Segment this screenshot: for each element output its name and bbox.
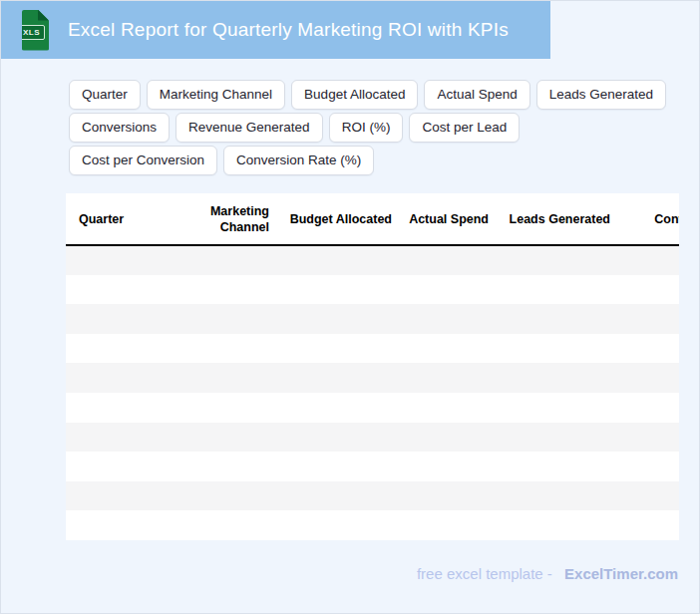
- col-header-leads-generated: Leads Generated: [492, 193, 613, 245]
- table-cell: [395, 245, 492, 275]
- table-row: [66, 275, 679, 305]
- table-cell: [492, 304, 613, 334]
- table-row: [66, 334, 679, 364]
- table-row: [66, 304, 679, 334]
- chip-cost-per-lead[interactable]: Cost per Lead: [409, 113, 520, 143]
- chip-roi[interactable]: ROI (%): [329, 113, 404, 143]
- table-cell: [66, 304, 161, 334]
- table-cell: [161, 304, 272, 334]
- table-cell: [161, 423, 272, 453]
- xls-file-icon: XLS: [22, 10, 49, 51]
- col-header-marketing-channel: Marketing Channel: [161, 193, 272, 245]
- footer: free excel template - ExcelTimer.com: [417, 565, 678, 582]
- table-cell: [66, 510, 161, 540]
- table-cell: [161, 510, 272, 540]
- table-cell: [272, 423, 395, 453]
- table-cell: [613, 481, 679, 511]
- table-cell: [613, 275, 679, 305]
- report-table: QuarterMarketing ChannelBudget Allocated…: [66, 193, 679, 540]
- table-cell: [272, 334, 395, 364]
- table-cell: [66, 363, 161, 393]
- chip-conversion-rate[interactable]: Conversion Rate (%): [223, 146, 374, 175]
- chip-marketing-channel[interactable]: Marketing Channel: [147, 80, 285, 110]
- table-cell: [66, 245, 161, 275]
- table-cell: [272, 363, 395, 393]
- table-cell: [395, 393, 492, 423]
- table-cell: [161, 275, 272, 305]
- table-cell: [613, 452, 679, 481]
- table-cell: [66, 481, 161, 511]
- table-cell: [161, 452, 272, 481]
- table-cell: [492, 245, 613, 275]
- page-title: Excel Report for Quarterly Marketing ROI…: [68, 19, 509, 41]
- chip-budget-allocated[interactable]: Budget Allocated: [291, 80, 418, 110]
- col-header-conversions: Conversions: [613, 193, 679, 245]
- table-row: [66, 423, 679, 453]
- table-cell: [272, 275, 395, 305]
- table-cell: [395, 304, 492, 334]
- table-cell: [66, 275, 161, 305]
- table-cell: [66, 423, 161, 453]
- table-cell: [613, 510, 679, 540]
- table-cell: [272, 481, 395, 511]
- table-cell: [613, 363, 679, 393]
- table-cell: [492, 481, 613, 511]
- table-cell: [272, 245, 395, 275]
- table-cell: [492, 275, 613, 305]
- table-row: [66, 452, 679, 481]
- table-cell: [613, 304, 679, 334]
- col-header-quarter: Quarter: [66, 193, 161, 245]
- table-cell: [161, 245, 272, 275]
- chip-quarter[interactable]: Quarter: [69, 80, 141, 110]
- table-cell: [395, 510, 492, 540]
- file-fold-corner-icon: [38, 10, 49, 21]
- chip-leads-generated[interactable]: Leads Generated: [536, 80, 666, 110]
- page: XLS Excel Report for Quarterly Marketing…: [0, 0, 700, 614]
- table-cell: [492, 452, 613, 481]
- table-cell: [613, 393, 679, 423]
- col-header-budget-allocated: Budget Allocated: [272, 193, 395, 245]
- table-cell: [66, 393, 161, 423]
- table-cell: [492, 510, 613, 540]
- table-cell: [161, 393, 272, 423]
- chip-revenue-generated[interactable]: Revenue Generated: [175, 113, 323, 143]
- report-table-container: QuarterMarketing ChannelBudget Allocated…: [66, 193, 679, 540]
- report-table-header: QuarterMarketing ChannelBudget Allocated…: [66, 193, 679, 245]
- xls-badge: XLS: [18, 25, 45, 40]
- table-cell: [272, 393, 395, 423]
- report-table-body: [66, 245, 679, 540]
- table-row: [66, 363, 679, 393]
- table-cell: [161, 481, 272, 511]
- header-row: QuarterMarketing ChannelBudget Allocated…: [66, 193, 679, 245]
- table-cell: [395, 275, 492, 305]
- table-cell: [395, 452, 492, 481]
- table-cell: [492, 363, 613, 393]
- table-cell: [613, 423, 679, 453]
- table-cell: [66, 334, 161, 364]
- table-cell: [492, 393, 613, 423]
- table-cell: [161, 334, 272, 364]
- table-cell: [272, 510, 395, 540]
- table-cell: [272, 452, 395, 481]
- table-cell: [492, 423, 613, 453]
- footer-text: free excel template -: [417, 565, 552, 582]
- table-cell: [395, 481, 492, 511]
- table-cell: [272, 304, 395, 334]
- chip-cost-per-conversion[interactable]: Cost per Conversion: [69, 146, 217, 175]
- chip-conversions[interactable]: Conversions: [69, 113, 170, 143]
- table-cell: [395, 334, 492, 364]
- table-cell: [492, 334, 613, 364]
- table-cell: [613, 245, 679, 275]
- table-cell: [613, 334, 679, 364]
- col-header-actual-spend: Actual Spend: [395, 193, 492, 245]
- table-row: [66, 481, 679, 511]
- chip-actual-spend[interactable]: Actual Spend: [424, 80, 529, 110]
- footer-brand-link[interactable]: ExcelTimer.com: [564, 565, 678, 582]
- table-row: [66, 393, 679, 423]
- header-bar: XLS Excel Report for Quarterly Marketing…: [1, 1, 550, 59]
- table-cell: [395, 423, 492, 453]
- table-row: [66, 245, 679, 275]
- table-row: [66, 510, 679, 540]
- table-cell: [395, 363, 492, 393]
- table-cell: [66, 452, 161, 481]
